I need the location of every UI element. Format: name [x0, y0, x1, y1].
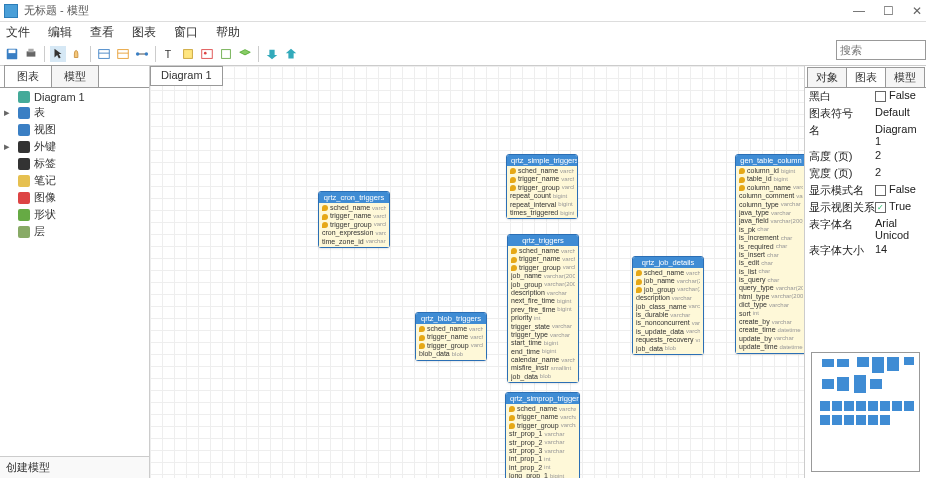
print-icon[interactable] — [23, 46, 39, 62]
svg-rect-1 — [9, 49, 16, 53]
shape-icon[interactable] — [218, 46, 234, 62]
diagram-tab[interactable]: Diagram 1 — [150, 66, 223, 86]
tree-image[interactable]: 图像 — [0, 189, 149, 206]
toolbar: T — [0, 42, 926, 66]
svg-point-9 — [136, 52, 140, 56]
left-tabstrip: 图表 模型 — [0, 66, 149, 88]
new-view-icon[interactable] — [115, 46, 131, 62]
prop-row[interactable]: 高度 (页)2 — [805, 148, 926, 165]
menu-帮助[interactable]: 帮助 — [216, 24, 240, 41]
prop-row[interactable]: 名Diagram 1 — [805, 122, 926, 148]
layer-icon[interactable] — [237, 46, 253, 62]
new-table-icon[interactable] — [96, 46, 112, 62]
prop-row[interactable]: 黑白False — [805, 88, 926, 105]
tree-view[interactable]: 视图 — [0, 121, 149, 138]
svg-rect-3 — [28, 48, 33, 52]
prop-row[interactable]: 宽度 (页)2 — [805, 165, 926, 182]
right-tabstrip: 对象 图表 模型 — [805, 66, 926, 88]
relation-icon[interactable] — [134, 46, 150, 62]
maximize-button[interactable]: ☐ — [883, 4, 894, 18]
tab-model-props[interactable]: 模型 — [885, 67, 925, 87]
svg-rect-12 — [184, 49, 193, 58]
menu-查看[interactable]: 查看 — [90, 24, 114, 41]
tree-layer[interactable]: 层 — [0, 223, 149, 240]
menubar: 文件编辑查看图表窗口帮助 — [0, 22, 926, 42]
tab-object[interactable]: 对象 — [807, 67, 847, 87]
right-panel: 对象 图表 模型 黑白False图表符号Default名Diagram 1高度 … — [804, 66, 926, 478]
svg-rect-6 — [118, 49, 129, 58]
entity-qrtz_simple_triggers[interactable]: qrtz_simple_triggerssched_name varchar(1… — [506, 154, 578, 219]
entity-qrtz_blob_triggers[interactable]: qrtz_blob_triggerssched_name varchar(120… — [415, 312, 487, 361]
property-grid: 黑白False图表符号Default名Diagram 1高度 (页)2宽度 (页… — [805, 88, 926, 259]
text-icon[interactable]: T — [161, 46, 177, 62]
svg-rect-15 — [222, 49, 231, 58]
save-icon[interactable] — [4, 46, 20, 62]
entity-qrtz_cron_triggers[interactable]: qrtz_cron_triggerssched_name varchar(120… — [318, 191, 390, 248]
tree-note[interactable]: 笔记 — [0, 172, 149, 189]
note-icon[interactable] — [180, 46, 196, 62]
tab-model-list[interactable]: 模型 — [51, 65, 99, 87]
left-panel: 图表 模型 Diagram 1▸表视图▸外键标签笔记图像形状层 创建模型 — [0, 66, 150, 478]
diagram-canvas[interactable]: Diagram 1 qrtz_simple_triggerssched_name… — [150, 66, 804, 478]
prop-row[interactable]: 显示模式名False — [805, 182, 926, 199]
svg-point-10 — [145, 52, 149, 56]
tree-fk[interactable]: ▸外键 — [0, 138, 149, 155]
prop-row[interactable]: 图表符号Default — [805, 105, 926, 122]
svg-point-14 — [204, 51, 207, 54]
export-icon[interactable] — [264, 46, 280, 62]
tree-table[interactable]: ▸表 — [0, 104, 149, 121]
window-title: 无标题 - 模型 — [24, 3, 853, 18]
prop-row[interactable]: 表字体名Arial Unicod — [805, 216, 926, 242]
minimap[interactable] — [805, 346, 926, 478]
entity-qrtz_simprop_triggers[interactable]: qrtz_simprop_triggerssched_name varchar(… — [505, 392, 580, 478]
app-icon — [4, 4, 18, 18]
close-button[interactable]: ✕ — [912, 4, 922, 18]
entity-qrtz_triggers[interactable]: qrtz_triggerssched_name varchar(120)trig… — [507, 234, 579, 383]
menu-窗口[interactable]: 窗口 — [174, 24, 198, 41]
entity-gen_table_column[interactable]: gen_table_columncolumn_id biginttable_id… — [735, 154, 804, 354]
minimize-button[interactable]: — — [853, 4, 865, 18]
image-icon[interactable] — [199, 46, 215, 62]
import-icon[interactable] — [283, 46, 299, 62]
menu-文件[interactable]: 文件 — [6, 24, 30, 41]
tree-label[interactable]: 标签 — [0, 155, 149, 172]
titlebar: 无标题 - 模型 — ☐ ✕ — [0, 0, 926, 22]
menu-编辑[interactable]: 编辑 — [48, 24, 72, 41]
tab-diagram-list[interactable]: 图表 — [4, 65, 52, 87]
tab-diagram-props[interactable]: 图表 — [846, 67, 886, 87]
object-tree: Diagram 1▸表视图▸外键标签笔记图像形状层 — [0, 88, 149, 456]
create-model-section[interactable]: 创建模型 — [0, 456, 149, 478]
svg-rect-4 — [99, 49, 110, 58]
tree-diagram[interactable]: Diagram 1 — [0, 90, 149, 104]
menu-图表[interactable]: 图表 — [132, 24, 156, 41]
hand-icon[interactable] — [69, 46, 85, 62]
prop-row[interactable]: 表字体大小14 — [805, 242, 926, 259]
search-input[interactable] — [836, 40, 926, 60]
prop-row[interactable]: 显示视图关系✓True — [805, 199, 926, 216]
tree-shape[interactable]: 形状 — [0, 206, 149, 223]
svg-text:T: T — [165, 47, 172, 59]
svg-rect-13 — [202, 49, 213, 58]
pointer-icon[interactable] — [50, 46, 66, 62]
entity-qrtz_job_details[interactable]: qrtz_job_detailssched_name varchar(120)j… — [632, 256, 704, 355]
